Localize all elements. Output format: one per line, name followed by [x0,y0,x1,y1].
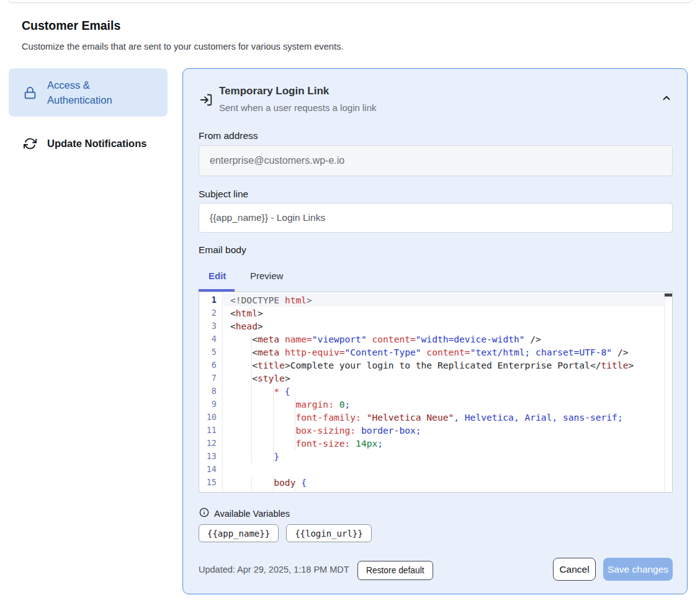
code-line[interactable]: font-size: 14px; [223,437,664,450]
code-line[interactable]: <html> [223,306,664,320]
code-token [279,347,285,357]
save-changes-button[interactable]: Save changes [603,558,673,581]
code-line[interactable]: <style> [223,372,664,385]
code-line[interactable]: box-sizing: border-box; [223,424,664,437]
code-token: 0 [339,399,345,409]
sidebar-item-label: Update Notifications [47,138,146,150]
code-token [361,412,367,422]
indent-guides [230,476,274,489]
code-token: >Complete your login to the Replicated E… [285,360,601,370]
email-body-code-editor[interactable]: 12345678910111213141516 <!DOCTYPE html><… [199,292,673,493]
sidebar-item-access-authentication[interactable]: Access & Authentication [9,68,168,117]
code-line[interactable]: * { [223,385,664,398]
variable-chip[interactable]: {{app_name}} [199,524,279,542]
code-token: { [285,386,290,396]
line-number: 8 [199,385,222,398]
previous-section-edge [6,0,694,3]
updated-timestamp: Updated: Apr 29, 2025, 1:18 PM MDT [199,565,349,574]
page-subtitle: Customize the emails that are sent to yo… [22,42,343,51]
code-line[interactable]: font-family: "Helvetica Neue", Helvetica… [223,411,664,424]
code-token: sans-serif [557,412,617,422]
indent-guides [230,385,274,398]
cancel-button[interactable]: Cancel [553,558,596,581]
indent-guides [230,398,295,411]
from-address-input[interactable]: enterprise@customers.wp-e.io [199,145,673,176]
card-subtitle: Sent when a user requests a login link [219,102,376,113]
code-token: meta [258,347,279,357]
code-token: < [252,347,258,357]
line-number: 9 [199,398,222,411]
subject-line-input[interactable]: {{app_name}} - Login Links [199,203,673,233]
code-line[interactable]: <meta http-equiv="Content-Type" content=… [223,346,664,359]
code-token: } [274,451,279,462]
code-line[interactable]: <head> [223,320,664,333]
code-token: * [274,386,285,396]
code-token: "viewport" [312,334,367,344]
code-token: , [514,412,519,422]
code-token: /> [525,334,541,344]
code-token: meta [258,334,279,344]
code-token: box-sizing: [295,425,356,436]
lock-icon [24,86,37,99]
code-line[interactable]: background-color: #f6f9fc; [223,489,664,493]
line-number: 15 [199,476,222,489]
code-token: font-family: [295,412,361,422]
code-line[interactable]: <title>Complete your login to the Replic… [223,359,664,372]
code-token: title [258,360,285,370]
code-token: head [236,321,258,331]
code-token: http-equiv= [285,347,345,357]
code-token: < [252,373,258,383]
code-line[interactable]: <meta name="viewport" content="width=dev… [223,333,664,346]
indent-guides [230,359,252,372]
collapse-card-button[interactable] [661,92,672,105]
editor-scrollbar[interactable] [664,292,672,492]
code-token: html [236,308,258,318]
info-icon [199,507,209,520]
code-line[interactable] [223,463,664,476]
available-variables-label: Available Variables [214,509,290,519]
tab-preview[interactable]: Preview [250,270,283,281]
code-token [350,438,356,449]
code-line[interactable]: margin: 0; [223,398,664,411]
code-line[interactable]: } [223,450,664,463]
code-token: > [258,308,263,318]
code-token: /> [612,347,628,357]
tab-edit[interactable]: Edit [209,270,226,281]
chevron-up-icon [661,96,672,105]
code-token: body [274,477,301,488]
editor-scrollbar-thumb[interactable] [665,293,672,297]
available-variables-row: Available Variables [199,507,290,520]
indent-guides [230,411,295,424]
code-token: ; [617,412,623,422]
code-token: content= [426,347,470,357]
code-token: < [230,321,236,331]
sidebar-item-label: Access & Authentication [47,78,151,107]
code-token: style [258,373,285,383]
subject-line-value: {{app_name}} - Login Links [210,212,325,223]
indent-guides [230,333,252,346]
code-token: < [230,308,236,318]
code-token [279,334,285,344]
temporary-login-link-card: Temporary Login Link Sent when a user re… [182,68,688,594]
indent-guides [230,489,295,493]
code-line[interactable]: body { [223,476,664,489]
code-token: "text/html; charset=UTF-8" [470,347,612,357]
line-number: 7 [199,372,222,385]
code-token: title [601,360,628,370]
code-token: ; [432,490,437,493]
code-token: name= [285,334,312,344]
code-token: ; [377,438,383,449]
line-number: 6 [199,359,222,372]
restore-default-button[interactable]: Restore default [357,561,433,580]
code-token: "Helvetica Neue" [367,412,454,422]
variable-chip[interactable]: {{login_url}} [286,524,372,542]
sidebar-item-update-notifications[interactable]: Update Notifications [9,132,168,155]
line-number: 13 [199,450,222,463]
line-number: 4 [199,333,222,346]
refresh-icon [24,137,37,150]
code-token: ; [416,425,421,436]
indent-guides [230,437,295,450]
from-address-label: From address [199,130,258,141]
code-token: Helvetica [459,412,514,422]
code-line[interactable]: <!DOCTYPE html> [223,293,664,306]
